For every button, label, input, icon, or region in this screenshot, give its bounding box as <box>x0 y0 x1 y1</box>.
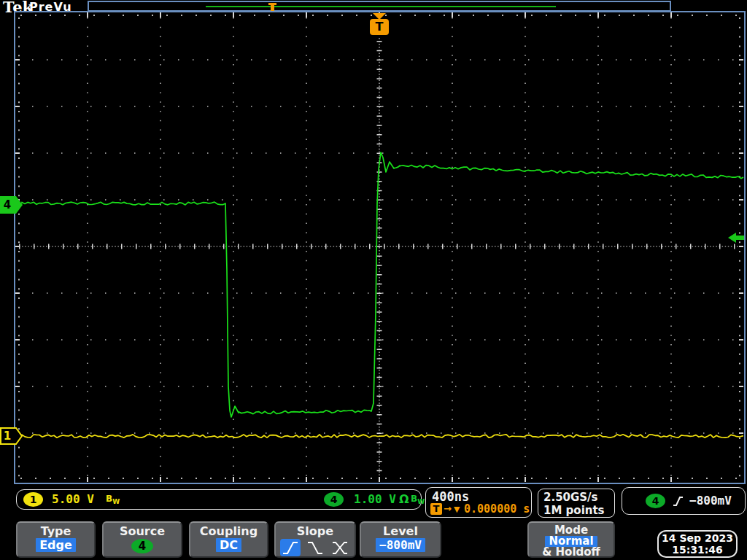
delay-readout: 0.000000 s <box>464 502 530 516</box>
menu-slope-label: Slope <box>276 524 355 538</box>
sample-rate-readout: 2.50GS/s <box>543 491 598 504</box>
ch4-bandwidth-indicator: BW <box>411 494 425 505</box>
menu-coupling-button[interactable]: Coupling DC <box>189 521 268 558</box>
menu-mode-button[interactable]: Mode Normal & Holdoff <box>527 521 615 558</box>
acquisition-readout-box: 2.50GS/s 1M points <box>538 489 615 518</box>
menu-type-button[interactable]: Type Edge <box>16 521 96 558</box>
svg-text:1: 1 <box>4 429 11 443</box>
trigger-position-badge: T <box>370 19 389 35</box>
ch4-impedance: Ω <box>399 492 409 506</box>
arrow-icon: → <box>444 503 452 514</box>
timebase-readout: 400ns <box>432 489 469 504</box>
slope-falling-icon[interactable] <box>305 539 325 556</box>
ch1-scale: 5.00 V <box>52 492 94 506</box>
channel4-position-marker: 4 <box>0 195 25 214</box>
menu-type-value: Edge <box>36 538 76 552</box>
menu-source-button[interactable]: Source 4 <box>102 521 182 558</box>
waveform-display <box>0 0 747 560</box>
menu-coupling-value: DC <box>216 538 241 552</box>
datetime-box: 14 Sep 2023 15:31:46 <box>657 530 738 558</box>
menu-level-button[interactable]: Level −800mV <box>360 521 441 558</box>
horizontal-readout-box: 400ns T → ▼ 0.000000 s <box>425 487 532 518</box>
channel1-position-marker: 1 <box>0 427 25 446</box>
channel-readout-box: 1 5.00 V BW 4 1.00 V Ω BW <box>16 489 422 510</box>
menu-source-channel-badge: 4 <box>131 539 153 553</box>
trigger-slope-icon <box>672 494 684 508</box>
record-length-readout: 1M points <box>543 504 605 517</box>
menu-mode-value2: & Holdoff <box>529 547 614 558</box>
slope-either-icon[interactable] <box>330 539 350 556</box>
menu-level-label: Level <box>361 524 440 538</box>
date-text: 14 Sep 2023 <box>659 532 736 544</box>
menu-type-label: Type <box>18 524 94 538</box>
trigger-t-icon: T <box>430 503 442 515</box>
menu-coupling-label: Coupling <box>190 524 267 538</box>
menu-slope-button[interactable]: Slope <box>274 521 356 558</box>
delay-marker-icon: ▼ <box>454 505 460 514</box>
menu-level-value: −800mV <box>376 538 425 552</box>
ch1-bandwidth-indicator: BW <box>106 494 120 505</box>
trigger-readout-box: 4 −800mV <box>622 487 746 515</box>
trigger-level-arrow-icon <box>727 232 746 244</box>
ch4-scale: 1.00 V <box>354 492 396 506</box>
trigger-source-badge: 4 <box>646 494 665 508</box>
menu-source-label: Source <box>104 524 181 538</box>
ch1-badge: 1 <box>23 492 43 507</box>
ch4-badge: 4 <box>324 492 344 507</box>
trigger-level-readout: −800mV <box>689 494 732 508</box>
oscilloscope-screen: Tek PreVu T 4 1 1 5.00 V BW 4 1.00 V Ω B… <box>0 0 747 560</box>
time-text: 15:31:46 <box>659 544 736 556</box>
svg-text:4: 4 <box>4 198 11 211</box>
slope-rising-icon[interactable] <box>280 539 301 556</box>
